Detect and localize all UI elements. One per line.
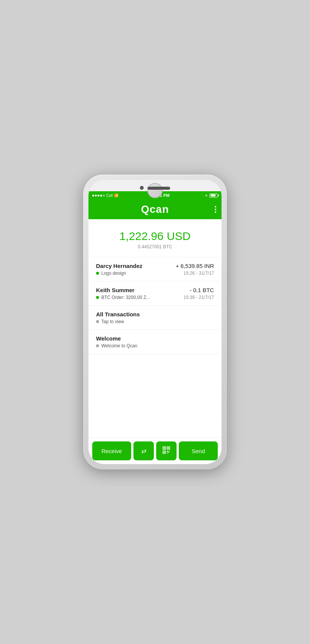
status-dot-welcome — [96, 344, 99, 347]
transaction-desc-keith: BTC Order: 3200,00 Z... — [101, 295, 150, 300]
transaction-name-welcome: Welcome — [96, 335, 121, 342]
transaction-item-welcome[interactable]: Welcome Welcome to Qcan — [88, 330, 222, 354]
signal-dot-5 — [103, 195, 105, 197]
status-dot-darcy — [96, 272, 99, 275]
menu-dot-2 — [215, 209, 216, 210]
status-dot-keith — [96, 296, 99, 299]
receive-button[interactable]: Receive — [92, 441, 131, 460]
transaction-item-all[interactable]: All Transactions Tap to view — [88, 306, 222, 330]
transaction-desc-all: Tap to view — [101, 319, 124, 324]
transaction-desc-welcome: Welcome to Qcan — [101, 343, 137, 348]
svg-rect-3 — [168, 447, 169, 449]
svg-rect-9 — [168, 452, 169, 453]
transaction-name-keith: Keith Summer — [96, 287, 135, 293]
transaction-item-keith[interactable]: Keith Summer - 0.1 BTC BTC Order: 3200,0… — [88, 282, 222, 306]
transaction-time-darcy: 15:26 - 31/7/17 — [183, 271, 214, 276]
status-left: Cell 📶 — [92, 194, 118, 198]
signal-dot-1 — [92, 195, 94, 197]
speaker — [147, 187, 170, 190]
transaction-detail-keith: BTC Order: 3200,00 Z... — [96, 295, 150, 300]
transaction-header-keith: Keith Summer - 0.1 BTC — [96, 287, 214, 293]
signal-dot-2 — [95, 195, 97, 197]
transaction-name-darcy: Darcy Hernandez — [96, 263, 143, 269]
transaction-header-welcome: Welcome — [96, 335, 214, 342]
transaction-header-all: All Transactions — [96, 311, 214, 317]
battery-fill — [211, 194, 216, 197]
transfer-button[interactable]: ⇄ — [133, 441, 154, 460]
phone-top-bar — [88, 180, 222, 191]
balance-section: 1,222.96 USD 0.44527001 BTC — [88, 219, 222, 257]
transaction-time-keith: 15:39 - 21/7/17 — [183, 295, 214, 300]
battery-indicator — [209, 194, 218, 198]
menu-dot-1 — [215, 206, 216, 207]
balance-usd: 1,222.96 USD — [96, 230, 214, 243]
qr-icon — [163, 446, 170, 455]
transaction-detail-all: Tap to view — [96, 319, 124, 324]
signal-dot-3 — [98, 195, 99, 197]
transaction-desc-darcy: Logo design — [101, 271, 126, 276]
transfer-icon: ⇄ — [141, 447, 146, 455]
balance-btc: 0.44527001 BTC — [96, 244, 214, 249]
signal-dot-4 — [100, 195, 102, 197]
menu-dot-3 — [215, 211, 216, 213]
transaction-header-darcy: Darcy Hernandez + 6,539.85 INR — [96, 263, 214, 269]
signal-indicator — [92, 195, 105, 197]
screen: Cell 📶 4:01 PM ∗ Qcan — [88, 191, 222, 464]
transaction-detail-welcome: Welcome to Qcan — [96, 343, 137, 348]
transaction-detail-row-welcome: Welcome to Qcan — [96, 343, 214, 348]
send-button[interactable]: Send — [179, 441, 218, 460]
camera — [140, 186, 144, 190]
transaction-item-darcy[interactable]: Darcy Hernandez + 6,539.85 INR Logo desi… — [88, 257, 222, 282]
status-right: ∗ — [205, 194, 218, 198]
logo-q: Q — [141, 203, 150, 215]
svg-rect-5 — [164, 452, 165, 453]
bottom-actions: Receive ⇄ — [88, 437, 222, 464]
carrier-name: Cell — [106, 194, 113, 198]
svg-rect-6 — [167, 451, 168, 452]
status-dot-all — [96, 320, 99, 323]
transaction-list: Darcy Hernandez + 6,539.85 INR Logo desi… — [88, 257, 222, 437]
phone-frame: Cell 📶 4:01 PM ∗ Qcan — [83, 175, 227, 469]
bluetooth-icon: ∗ — [205, 194, 208, 197]
transaction-detail-row-keith: BTC Order: 3200,00 Z... 15:39 - 21/7/17 — [96, 295, 214, 300]
svg-rect-1 — [164, 447, 165, 449]
transaction-detail-darcy: Logo design — [96, 271, 126, 276]
logo-rest: can — [150, 203, 169, 215]
svg-rect-7 — [169, 451, 170, 452]
qr-button[interactable] — [156, 441, 177, 460]
transaction-detail-row-all: Tap to view — [96, 319, 214, 324]
app-header: Qcan — [88, 200, 222, 219]
transaction-detail-row-darcy: Logo design 15:26 - 31/7/17 — [96, 271, 214, 276]
phone-inner: Cell 📶 4:01 PM ∗ Qcan — [88, 180, 222, 464]
svg-rect-8 — [167, 453, 168, 454]
transaction-amount-keith: - 0.1 BTC — [190, 287, 214, 293]
wifi-icon: 📶 — [114, 194, 118, 197]
menu-button[interactable] — [215, 206, 216, 213]
app-logo: Qcan — [141, 203, 169, 215]
transaction-amount-darcy: + 6,539.85 INR — [176, 263, 214, 269]
transaction-name-all: All Transactions — [96, 311, 140, 317]
